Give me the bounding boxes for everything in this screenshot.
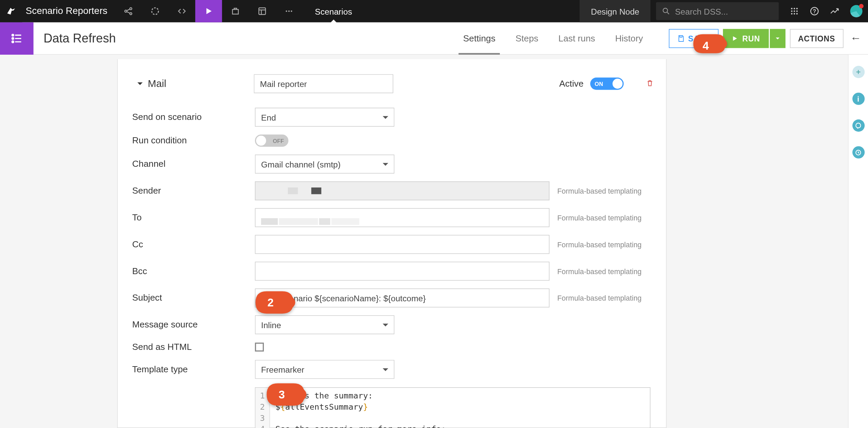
svg-point-15 bbox=[796, 11, 798, 12]
code-icon[interactable] bbox=[169, 0, 196, 22]
rail-add-icon[interactable]: ＋ bbox=[852, 66, 864, 78]
actions-label: ACTIONS bbox=[798, 34, 835, 42]
message-body-editor[interactable]: 1 2 3 4 5 Here is the summary: ${allEven… bbox=[255, 387, 651, 428]
template-type-label: Template type bbox=[132, 364, 255, 375]
scenario-list-toggle[interactable] bbox=[0, 22, 34, 54]
back-arrow[interactable]: ← bbox=[844, 32, 868, 45]
tab-last-runs[interactable]: Last runs bbox=[548, 22, 605, 54]
bcc-label: Bcc bbox=[132, 266, 255, 277]
svg-rect-4 bbox=[233, 10, 238, 14]
to-input[interactable] bbox=[255, 208, 549, 227]
flow-icon[interactable] bbox=[142, 0, 169, 22]
run-condition-label: Run condition bbox=[132, 136, 255, 146]
svg-point-6 bbox=[286, 11, 287, 12]
right-rail: ＋ i bbox=[848, 55, 868, 428]
more-icon[interactable] bbox=[276, 0, 303, 22]
bundles-icon[interactable] bbox=[222, 0, 249, 22]
to-label: To bbox=[132, 213, 255, 223]
code-line: ${allEventsSummary} bbox=[275, 401, 644, 412]
cc-input[interactable] bbox=[255, 235, 549, 254]
help-icon[interactable]: ? bbox=[804, 6, 825, 16]
subject-hint: Formula-based templating bbox=[557, 294, 641, 302]
user-avatar[interactable] bbox=[850, 5, 862, 17]
content-area: Mail Mail reporter Active ON Send on sce… bbox=[0, 55, 868, 428]
run-label: RUN bbox=[742, 34, 760, 42]
annotation-4: 4 bbox=[689, 32, 727, 59]
apps-icon[interactable] bbox=[784, 7, 804, 16]
svg-point-14 bbox=[794, 11, 795, 12]
svg-point-22 bbox=[12, 37, 14, 39]
dashboard-icon[interactable] bbox=[249, 0, 276, 22]
share-icon[interactable] bbox=[115, 0, 142, 22]
run-condition-toggle[interactable]: OFF bbox=[255, 135, 289, 147]
channel-select[interactable]: Gmail channel (smtp) bbox=[255, 155, 395, 174]
tab-history[interactable]: History bbox=[605, 22, 653, 54]
app-logo[interactable] bbox=[0, 0, 22, 22]
tab-settings[interactable]: Settings bbox=[453, 22, 505, 54]
send-html-checkbox[interactable] bbox=[255, 343, 264, 352]
reporter-panel: Mail Mail reporter Active ON Send on sce… bbox=[117, 59, 667, 428]
save-icon bbox=[677, 34, 685, 42]
section-title: Mail bbox=[148, 78, 254, 89]
cc-hint: Formula-based templating bbox=[557, 240, 641, 249]
sender-label: Sender bbox=[132, 186, 255, 196]
send-on-label: Send on scenario bbox=[132, 112, 255, 122]
svg-point-23 bbox=[12, 41, 14, 42]
svg-point-16 bbox=[791, 13, 792, 14]
message-source-label: Message source bbox=[132, 320, 255, 330]
bcc-hint: Formula-based templating bbox=[557, 267, 641, 275]
global-search[interactable]: Search DSS... bbox=[656, 2, 779, 20]
sender-hint: Formula-based templating bbox=[557, 186, 641, 195]
to-hint: Formula-based templating bbox=[557, 213, 641, 222]
run-button[interactable]: RUN bbox=[723, 29, 768, 48]
bcc-input[interactable] bbox=[255, 262, 549, 281]
send-html-label: Send as HTML bbox=[132, 342, 255, 352]
sender-input[interactable] bbox=[255, 181, 549, 200]
rail-info-icon[interactable]: i bbox=[852, 93, 864, 105]
annotation-2: 2 bbox=[251, 289, 295, 316]
active-label: Active bbox=[559, 79, 584, 89]
svg-point-8 bbox=[291, 11, 292, 12]
scenario-tabs: Settings Steps Last runs History bbox=[453, 22, 653, 54]
scenarios-icon[interactable] bbox=[196, 0, 222, 22]
design-node-label[interactable]: Design Node bbox=[580, 0, 650, 22]
svg-point-12 bbox=[796, 8, 798, 9]
breadcrumb-scenarios[interactable]: Scenarios bbox=[303, 0, 364, 22]
code-line: Here is the summary: bbox=[275, 390, 644, 401]
collapse-icon[interactable] bbox=[132, 80, 148, 88]
cc-label: Cc bbox=[132, 239, 255, 250]
annotation-3: 3 bbox=[262, 381, 307, 408]
send-on-select[interactable]: End bbox=[255, 108, 395, 127]
code-line bbox=[275, 412, 644, 424]
svg-rect-5 bbox=[259, 8, 266, 15]
delete-reporter-icon[interactable] bbox=[646, 79, 654, 88]
project-name[interactable]: Scenario Reporters bbox=[22, 5, 115, 17]
reporter-header: Mail Mail reporter Active ON bbox=[118, 70, 666, 97]
top-bar: Scenario Reporters Scenarios Design Node… bbox=[0, 0, 868, 22]
svg-point-21 bbox=[12, 34, 14, 36]
svg-point-10 bbox=[791, 8, 792, 9]
rail-chat-icon[interactable] bbox=[852, 120, 864, 132]
message-source-select[interactable]: Inline bbox=[255, 315, 395, 334]
scenario-title: Data Refresh bbox=[34, 31, 126, 46]
subject-label: Subject bbox=[132, 293, 255, 303]
actions-button[interactable]: ACTIONS bbox=[790, 29, 844, 48]
svg-point-7 bbox=[288, 11, 290, 12]
caret-down-icon bbox=[775, 35, 780, 41]
rail-history-icon[interactable] bbox=[852, 146, 864, 158]
svg-point-11 bbox=[794, 8, 795, 9]
search-placeholder: Search DSS... bbox=[675, 6, 728, 16]
svg-point-24 bbox=[856, 123, 861, 128]
template-type-select[interactable]: Freemarker bbox=[255, 360, 395, 379]
activity-icon[interactable] bbox=[825, 6, 845, 16]
run-dropdown[interactable] bbox=[770, 29, 785, 48]
code-body[interactable]: Here is the summary: ${allEventsSummary}… bbox=[270, 388, 650, 428]
svg-point-9 bbox=[663, 8, 668, 13]
subject-input[interactable]: DSS scenario ${scenarioName}: ${outcome} bbox=[255, 288, 549, 307]
search-icon bbox=[662, 7, 670, 16]
reporter-name-input[interactable]: Mail reporter bbox=[254, 74, 393, 93]
channel-label: Channel bbox=[132, 159, 255, 169]
active-toggle[interactable]: ON bbox=[590, 77, 624, 90]
tab-steps[interactable]: Steps bbox=[505, 22, 548, 54]
play-icon bbox=[731, 35, 738, 42]
